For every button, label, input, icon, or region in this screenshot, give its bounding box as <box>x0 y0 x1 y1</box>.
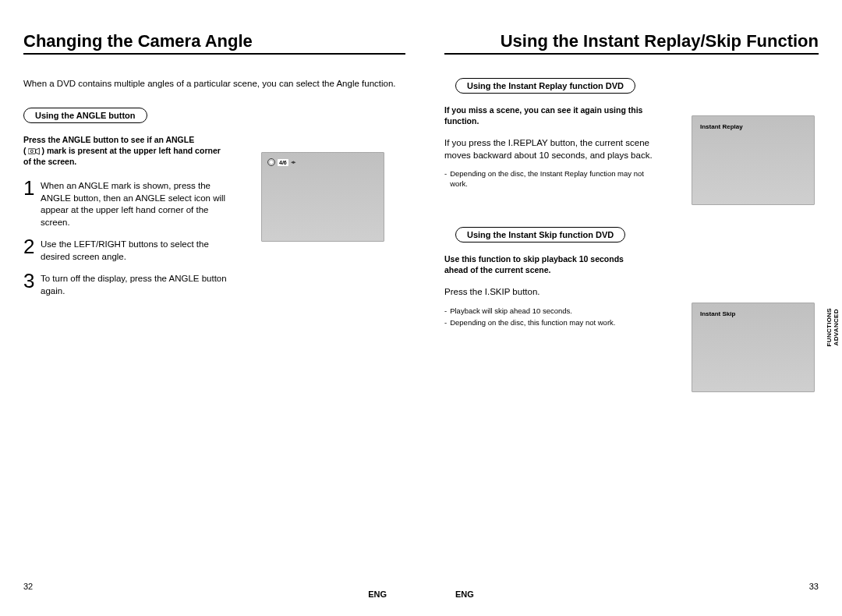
angle-osd: 4/6 ◂▸ <box>267 158 295 166</box>
skip-note-2: Depending on the disc, this function may… <box>444 318 647 328</box>
thumbnail-label-skip: Instant Skip <box>700 310 735 317</box>
screen-thumbnail-angle: 4/6 ◂▸ <box>261 152 384 242</box>
step-text: When an ANGLE mark is shown, press the A… <box>41 178 234 228</box>
skip-bold-note: Use this function to skip playback 10 se… <box>444 253 647 275</box>
replay-note-1: Depending on the disc, the Instant Repla… <box>444 169 647 189</box>
step-2: 2 Use the LEFT/RIGHT buttons to select t… <box>23 236 234 263</box>
side-tab-line-a: ADVANCED <box>833 308 840 346</box>
skip-body: Press the I.SKIP button. <box>444 286 663 299</box>
skip-notes: Playback will skip ahead 10 seconds. Dep… <box>444 306 647 328</box>
svg-rect-0 <box>28 149 36 154</box>
page-title-left: Changing the Camera Angle <box>23 31 405 55</box>
angle-osd-value: 4/6 <box>278 159 288 166</box>
step-number: 2 <box>23 236 41 257</box>
svg-point-1 <box>30 150 33 152</box>
angle-note-part-a: Press the ANGLE button to see if an ANGL… <box>23 135 194 144</box>
page-spread: Changing the Camera Angle When a DVD con… <box>0 0 842 616</box>
page-32: Changing the Camera Angle When a DVD con… <box>0 0 421 616</box>
thumbnail-label-replay: Instant Replay <box>700 123 743 130</box>
step-1: 1 When an ANGLE mark is shown, press the… <box>23 178 234 228</box>
camera-icon <box>28 147 41 155</box>
step-number: 1 <box>23 178 41 198</box>
section-pill-replay: Using the Instant Replay function DVD <box>455 78 635 94</box>
side-tab-line-b: FUNCTIONS <box>826 308 833 346</box>
language-label-right: ENG <box>455 589 474 599</box>
section-pill-skip: Using the Instant Skip function DVD <box>455 227 625 243</box>
angle-bold-note: Press the ANGLE button to see if an ANGL… <box>23 134 226 168</box>
page-title-right: Using the Instant Replay/Skip Function <box>444 31 819 55</box>
section-pill-angle: Using the ANGLE button <box>23 108 147 123</box>
page-33: Using the Instant Replay/Skip Function U… <box>421 0 842 616</box>
replay-bold-note: If you miss a scene, you can see it agai… <box>444 104 647 126</box>
angle-note-part-b: ) mark is present at the upper left hand… <box>23 146 221 166</box>
section-side-tab: FUNCTIONS ADVANCED <box>826 308 840 346</box>
step-text: To turn off the display, press the ANGLE… <box>41 271 234 297</box>
language-label-left: ENG <box>368 589 387 599</box>
step-number: 3 <box>23 271 41 291</box>
step-3: 3 To turn off the display, press the ANG… <box>23 271 234 297</box>
page-number-left: 32 <box>23 582 33 591</box>
screen-thumbnail-replay: Instant Replay <box>692 115 815 205</box>
skip-note-1: Playback will skip ahead 10 seconds. <box>444 306 647 317</box>
replay-body: If you press the I.REPLAY button, the cu… <box>444 137 663 161</box>
screen-thumbnail-skip: Instant Skip <box>692 303 815 392</box>
osd-arrows-icon: ◂▸ <box>291 159 295 165</box>
intro-text: When a DVD contains multiple angles of a… <box>23 78 405 90</box>
step-text: Use the LEFT/RIGHT buttons to select the… <box>41 236 234 263</box>
page-number-right: 33 <box>809 582 819 591</box>
disc-icon <box>267 158 275 166</box>
replay-notes: Depending on the disc, the Instant Repla… <box>444 169 647 189</box>
